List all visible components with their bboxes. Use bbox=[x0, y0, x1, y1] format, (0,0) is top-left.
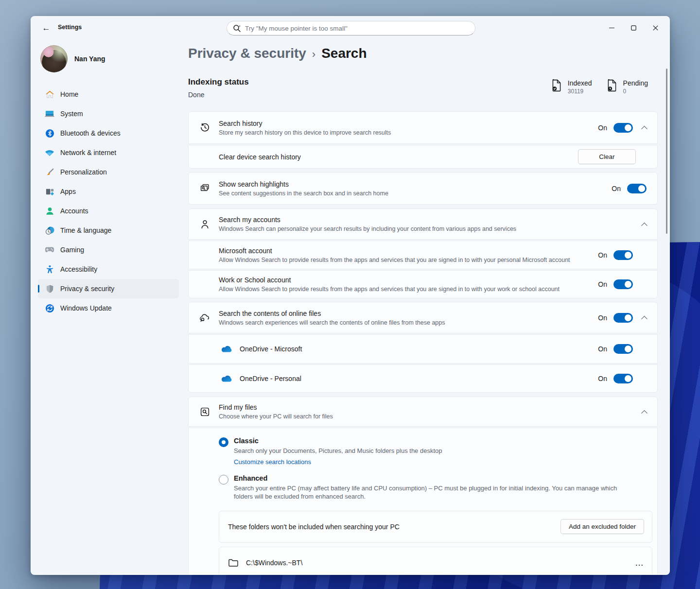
folder-more-menu[interactable]: … bbox=[635, 560, 644, 565]
search-highlights-row[interactable]: Show search highlights See content sugge… bbox=[188, 172, 658, 205]
personalization-brush-icon bbox=[45, 167, 54, 177]
sidebar-item-privacy-security[interactable]: Privacy & security bbox=[38, 279, 179, 298]
onedrive-icon bbox=[221, 345, 233, 353]
sidebar-item-home[interactable]: Home bbox=[38, 85, 179, 104]
back-button[interactable]: ← bbox=[38, 21, 54, 35]
clear-button[interactable]: Clear bbox=[578, 149, 636, 164]
app-title: Settings bbox=[58, 24, 82, 31]
sidebar-item-windows-update[interactable]: Windows Update bbox=[38, 298, 179, 318]
classic-option: Classic Search only your Documents, Pict… bbox=[189, 437, 657, 466]
user-profile[interactable]: Nan Yang bbox=[38, 44, 179, 74]
row-description: Allow Windows Search to provide results … bbox=[219, 286, 590, 293]
sidebar-item-network-internet[interactable]: Network & internet bbox=[38, 143, 179, 162]
row-title: Microsoft account bbox=[219, 247, 590, 255]
indexed-count: 30119 bbox=[568, 88, 592, 95]
row-title: Search the contents of online files bbox=[219, 310, 590, 317]
excluded-folder-path: C:\$Windows.~BT\ bbox=[246, 559, 635, 567]
sidebar-item-system[interactable]: System bbox=[38, 104, 179, 123]
enhanced-description: Search your entire PC (may affect batter… bbox=[234, 485, 635, 501]
row-title: Work or School account bbox=[219, 276, 590, 284]
search-my-accounts-row[interactable]: Search my accounts Windows Search can pe… bbox=[188, 208, 658, 240]
online-files-row[interactable]: Search the contents of online files Wind… bbox=[188, 302, 658, 333]
windows-update-icon bbox=[45, 303, 54, 313]
home-icon bbox=[45, 89, 54, 99]
chevron-up-icon[interactable] bbox=[641, 222, 648, 228]
excluded-folders-text: These folders won't be included when sea… bbox=[228, 523, 560, 531]
apps-icon bbox=[45, 187, 54, 196]
find-my-files-row[interactable]: Find my files Choose where your PC will … bbox=[188, 397, 658, 427]
toggle-state-label: On bbox=[598, 280, 607, 288]
toggle-state-label: On bbox=[612, 185, 621, 192]
breadcrumb: Privacy & security › Search bbox=[188, 46, 658, 61]
indexing-stats: Indexed 30119 Pending 0 bbox=[551, 79, 658, 95]
breadcrumb-separator: › bbox=[312, 48, 315, 61]
indexed-document-check-icon bbox=[551, 79, 562, 94]
toggle-state-label: On bbox=[598, 124, 607, 132]
enhanced-option: Enhanced Search your entire PC (may affe… bbox=[189, 474, 657, 501]
excluded-folder-item: C:\$Windows.~BT\ … bbox=[219, 547, 652, 575]
indexing-status-title: Indexing status bbox=[188, 77, 249, 87]
row-title: Show search highlights bbox=[219, 180, 604, 188]
toggle-state-label: On bbox=[598, 345, 607, 353]
row-title: OneDrive - Personal bbox=[240, 375, 590, 382]
classic-radio[interactable] bbox=[219, 437, 228, 447]
sidebar-item-label: Time & language bbox=[60, 226, 111, 234]
sidebar-item-accessibility[interactable]: Accessibility bbox=[38, 260, 179, 279]
back-arrow-icon: ← bbox=[42, 23, 51, 33]
sidebar-item-apps[interactable]: Apps bbox=[38, 182, 179, 201]
page-title: Search bbox=[321, 46, 367, 61]
sidebar-item-time-language[interactable]: Time & language bbox=[38, 221, 179, 240]
chevron-up-icon[interactable] bbox=[641, 410, 648, 416]
network-wifi-icon bbox=[45, 148, 54, 157]
sidebar-item-label: Windows Update bbox=[60, 304, 112, 312]
online-files-toggle[interactable] bbox=[613, 313, 633, 323]
search-highlights-icon bbox=[200, 183, 219, 193]
maximize-button[interactable] bbox=[623, 19, 645, 36]
sidebar-item-gaming[interactable]: Gaming bbox=[38, 240, 179, 260]
window-controls bbox=[601, 19, 666, 36]
row-title: Search history bbox=[219, 120, 590, 127]
pending-stat: Pending 0 bbox=[607, 79, 648, 95]
sidebar-item-bluetooth-devices[interactable]: Bluetooth & devices bbox=[38, 123, 179, 143]
sidebar-item-label: Gaming bbox=[60, 246, 84, 254]
customize-search-locations-link[interactable]: Customize search locations bbox=[234, 458, 311, 466]
enhanced-radio[interactable] bbox=[219, 475, 228, 485]
sidebar-item-label: Network & internet bbox=[60, 149, 116, 156]
pending-document-clock-icon bbox=[607, 79, 617, 94]
row-description: Allow Windows Search to provide results … bbox=[219, 257, 590, 263]
search-history-row[interactable]: Search history Store my search history o… bbox=[188, 111, 658, 144]
find-my-files-body: Classic Search only your Documents, Pict… bbox=[188, 428, 658, 575]
search-icon bbox=[233, 24, 241, 33]
settings-cards: Search history Store my search history o… bbox=[188, 111, 658, 575]
indexing-status-value: Done bbox=[188, 91, 249, 99]
onedrive-personal-toggle[interactable] bbox=[613, 374, 633, 383]
toggle-state-label: On bbox=[598, 375, 607, 382]
work-school-account-toggle[interactable] bbox=[613, 279, 633, 289]
sidebar-item-accounts[interactable]: Accounts bbox=[38, 201, 179, 221]
microsoft-account-toggle[interactable] bbox=[613, 250, 633, 260]
classic-description: Search only your Documents, Pictures, an… bbox=[234, 447, 442, 455]
breadcrumb-parent[interactable]: Privacy & security bbox=[188, 46, 306, 61]
search-highlights-toggle[interactable] bbox=[627, 184, 647, 193]
sidebar-item-personalization[interactable]: Personalization bbox=[38, 162, 179, 182]
search-input[interactable] bbox=[245, 25, 469, 32]
toggle-state-label: On bbox=[598, 314, 607, 322]
indexed-label: Indexed bbox=[568, 79, 592, 87]
vertical-scrollbar[interactable] bbox=[666, 69, 667, 234]
row-description: Choose where your PC will search for fil… bbox=[219, 413, 631, 420]
minimize-button[interactable] bbox=[601, 19, 623, 36]
onedrive-icon bbox=[221, 375, 233, 383]
row-title: OneDrive - Microsoft bbox=[240, 345, 590, 353]
accessibility-icon bbox=[45, 264, 54, 274]
onedrive-microsoft-toggle[interactable] bbox=[613, 344, 633, 354]
chevron-up-icon[interactable] bbox=[641, 316, 648, 322]
close-button[interactable] bbox=[645, 19, 666, 36]
settings-search-box[interactable] bbox=[227, 21, 475, 35]
chevron-up-icon[interactable] bbox=[641, 126, 648, 132]
work-school-account-row: Work or School account Allow Windows Sea… bbox=[188, 270, 658, 298]
search-history-toggle[interactable] bbox=[613, 123, 633, 133]
privacy-security-shield-icon bbox=[45, 284, 54, 294]
row-description: See content suggestions in the search bo… bbox=[219, 190, 604, 197]
cloud-search-icon bbox=[200, 313, 219, 323]
add-excluded-folder-button[interactable]: Add an excluded folder bbox=[560, 519, 644, 534]
